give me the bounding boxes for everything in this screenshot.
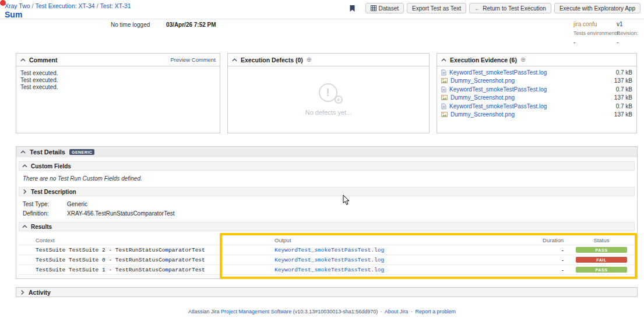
collapse-chevron-icon[interactable] — [20, 150, 26, 154]
executed-by-link[interactable]: jira confu — [573, 20, 620, 28]
result-status-cell: FAIL — [568, 257, 635, 263]
evidence-file-link[interactable]: KeywordTest_smokeTestPassTest.log — [449, 69, 547, 76]
expand-chevron-icon[interactable] — [21, 289, 24, 295]
evidence-file-row: Dummy_Screenshot.png 137 kB — [437, 94, 636, 103]
pin-icon[interactable] — [349, 4, 357, 12]
test-details-section: Test Details GENERIC Custom Fields There… — [16, 146, 638, 279]
evidence-file-link[interactable]: Dummy_Screenshot.png — [451, 77, 515, 84]
execution-meta-row: No time logged 03/Apr/26 7:52 PM jira co… — [0, 19, 644, 53]
execution-evidence-panel: Execution Evidence (6) ⊕ KeywordTest_smo… — [437, 53, 637, 133]
column-header-output: Output — [220, 237, 518, 243]
test-details-header: Test Details GENERIC — [16, 147, 637, 157]
column-header-duration: Duration — [518, 237, 568, 243]
result-output-link[interactable]: KeywordTest_smokeTestPassTest.log — [275, 247, 384, 253]
comment-panel-header: Comment Preview Comment — [16, 54, 220, 66]
dataset-button[interactable]: Dataset — [365, 3, 404, 13]
footer-report-link[interactable]: Report a problem — [415, 309, 456, 315]
evidence-file-list: KeywordTest_smokeTestPassTest.log 0.7 kB… — [437, 66, 636, 133]
test-description-header[interactable]: Test Description — [19, 187, 635, 196]
evidence-file-size: 0.7 kB — [616, 86, 632, 93]
breadcrumb-separator: / — [32, 2, 34, 9]
definition-label: Definition: — [23, 210, 67, 217]
execute-exploratory-app-button[interactable]: Execute with Exploratory App — [554, 3, 641, 13]
executed-by-block: jira confu Tests environments: - — [573, 20, 620, 46]
evidence-file-size: 137 kB — [614, 77, 632, 84]
comment-line: Test executed. — [20, 70, 216, 77]
version-label: v1 — [617, 20, 638, 28]
result-status-cell: PASS — [568, 267, 635, 273]
preview-comment-link[interactable]: Preview Comment — [170, 56, 216, 63]
footer-prefix: Atlassian Jira — [188, 309, 220, 315]
footer-separator: · — [381, 309, 382, 315]
return-to-test-execution-button[interactable]: ← Return to Test Execution — [469, 3, 551, 13]
collapse-chevron-icon[interactable] — [441, 58, 446, 62]
export-test-button-label: Export Test as Text — [412, 5, 461, 12]
test-description-title: Test Description — [31, 189, 76, 195]
add-defect-icon[interactable]: ⊕ — [307, 56, 312, 63]
evidence-file-link[interactable]: Dummy_Screenshot.png — [451, 111, 515, 118]
result-context: TestSuite TestSuite 1 - TestRunStatusCom… — [19, 267, 220, 273]
execution-evidence-title: Execution Evidence (6) — [450, 56, 517, 63]
evidence-file-link[interactable]: Dummy_Screenshot.png — [451, 94, 515, 101]
execution-evidence-header: Execution Evidence (6) ⊕ — [437, 54, 636, 66]
result-output-cell: KeywordTest_smokeTestPassTest.log — [220, 257, 518, 263]
evidence-file-row: Dummy_Screenshot.png 137 kB — [437, 111, 636, 119]
collapse-chevron-icon[interactable] — [22, 225, 27, 228]
page-header: Xray Two/Test Execution: XT-34/Test: XT-… — [0, 0, 644, 19]
export-test-button[interactable]: Export Test as Text — [407, 3, 466, 13]
collapse-chevron-icon[interactable] — [20, 58, 26, 62]
evidence-file-row: KeywordTest_smokeTestPassTest.log 0.7 kB — [437, 85, 636, 94]
result-status-cell: PASS — [568, 247, 635, 253]
dataset-button-label: Dataset — [379, 5, 399, 12]
result-row: TestSuite TestSuite 1 - TestRunStatusCom… — [19, 265, 635, 275]
evidence-file-row: Dummy_Screenshot.png 137 kB — [437, 77, 636, 86]
status-badge: PASS — [576, 267, 627, 273]
no-defects-text: No defects yet... — [305, 109, 351, 116]
breadcrumb-link-test-execution[interactable]: Test Execution: XT-34 — [36, 2, 95, 9]
evidence-file-row: KeywordTest_smokeTestPassTest.log 0.7 kB — [437, 102, 636, 111]
activity-section-header[interactable]: Activity — [16, 287, 638, 297]
revision-value: - — [617, 38, 638, 46]
result-duration: - — [518, 267, 568, 273]
log-file-icon — [441, 69, 446, 76]
image-file-icon — [441, 78, 448, 83]
test-type-badge: GENERIC — [69, 149, 94, 155]
image-file-icon — [441, 95, 448, 100]
test-type-value: Generic — [67, 201, 87, 207]
pin-icon-glyph — [349, 5, 356, 12]
add-evidence-icon[interactable]: ⊕ — [520, 56, 526, 63]
toolbar: Dataset Export Test as Text ← Return to … — [349, 3, 641, 13]
results-header-row: Context Output Duration Status — [19, 235, 635, 245]
test-type-label: Test Type: — [23, 201, 67, 207]
time-logged-text: No time logged — [111, 22, 150, 28]
result-row: TestSuite TestSuite 2 - TestRunStatusCom… — [19, 245, 635, 255]
footer-about-link[interactable]: About Jira — [385, 309, 409, 315]
comment-line: Test executed. — [20, 77, 216, 84]
expand-chevron-icon[interactable] — [23, 189, 27, 195]
comment-panel: Comment Preview Comment Test executed. T… — [16, 53, 220, 133]
results-title: Results — [31, 224, 52, 230]
status-badge: FAIL — [576, 257, 627, 263]
back-arrow-icon: ← — [474, 5, 480, 12]
collapse-chevron-icon[interactable] — [22, 164, 27, 168]
recording-indicator-dot — [0, 0, 6, 6]
defects-empty-state: ! + No defects yet... — [228, 66, 429, 133]
breadcrumb-link-test[interactable]: Test: XT-31 — [100, 2, 131, 9]
result-duration: - — [518, 247, 568, 253]
execute-button-label: Execute with Exploratory App — [559, 5, 635, 12]
result-output-link[interactable]: KeywordTest_smokeTestPassTest.log — [275, 257, 384, 263]
activity-title: Activity — [29, 289, 51, 296]
results-header[interactable]: Results — [19, 222, 635, 231]
collapse-chevron-icon[interactable] — [232, 58, 237, 62]
result-output-link[interactable]: KeywordTest_smokeTestPassTest.log — [275, 267, 384, 273]
footer-software-link[interactable]: Project Management Software — [221, 309, 291, 315]
evidence-file-link[interactable]: KeywordTest_smokeTestPassTest.log — [449, 86, 547, 93]
definition-value: XRAY-456.TestRunStatusComparatorTest — [67, 210, 175, 217]
breadcrumb-link-project[interactable]: Xray Two — [5, 2, 30, 9]
result-duration: - — [518, 257, 568, 263]
custom-fields-header[interactable]: Custom Fields — [19, 161, 635, 171]
column-header-status: Status — [568, 237, 635, 243]
status-badge: PASS — [576, 247, 627, 253]
evidence-file-link[interactable]: KeywordTest_smokeTestPassTest.log — [449, 103, 547, 109]
test-details-body: Custom Fields There are no Test Run Cust… — [16, 157, 637, 278]
